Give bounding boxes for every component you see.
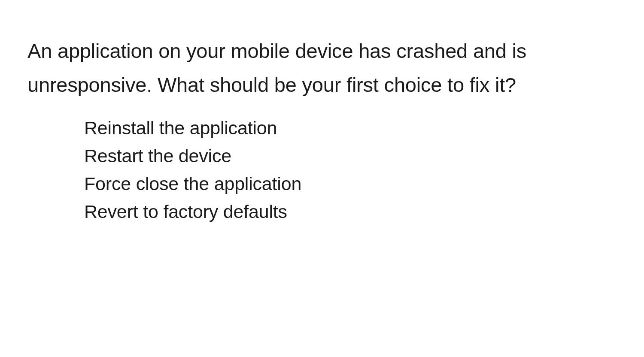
option-4[interactable]: Revert to factory defaults	[84, 198, 617, 226]
options-list: Reinstall the application Restart the de…	[27, 114, 617, 226]
question-text: An application on your mobile device has…	[27, 34, 617, 102]
option-3[interactable]: Force close the application	[84, 170, 617, 198]
option-2[interactable]: Restart the device	[84, 142, 617, 170]
option-1[interactable]: Reinstall the application	[84, 114, 617, 142]
